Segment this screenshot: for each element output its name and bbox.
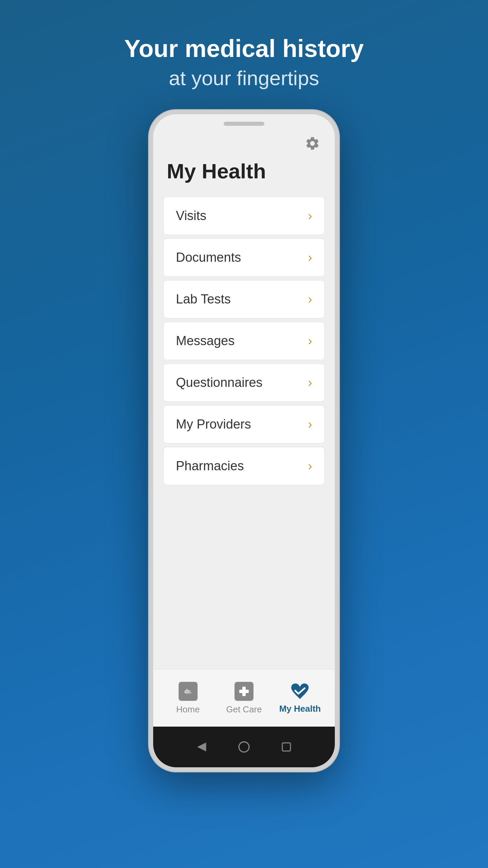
phone-screen: My Health Visits › Documents › Lab Tests… bbox=[153, 114, 335, 727]
android-back-button[interactable] bbox=[193, 738, 210, 755]
medical-cross-icon bbox=[235, 682, 253, 701]
home-nav-icon: dr. bbox=[178, 681, 198, 702]
get-care-nav-icon bbox=[234, 681, 254, 702]
menu-item-pharmacies-label: Pharmacies bbox=[176, 459, 244, 473]
nav-my-health-label: My Health bbox=[279, 704, 321, 714]
menu-item-my-providers-label: My Providers bbox=[176, 417, 251, 432]
screen-title: My Health bbox=[153, 156, 335, 197]
header-title-line1: Your medical history bbox=[124, 34, 364, 63]
nav-get-care-label: Get Care bbox=[226, 704, 262, 715]
app-content: My Health Visits › Documents › Lab Tests… bbox=[153, 114, 335, 727]
menu-item-lab-tests-label: Lab Tests bbox=[176, 292, 231, 307]
menu-item-questionnaires[interactable]: Questionnaires › bbox=[163, 363, 325, 402]
menu-item-documents-label: Documents bbox=[176, 250, 241, 265]
android-recents-button[interactable] bbox=[278, 738, 295, 755]
settings-icon[interactable] bbox=[304, 135, 321, 152]
nav-item-home[interactable]: dr. Home bbox=[160, 681, 216, 715]
chevron-my-providers-icon: › bbox=[308, 417, 312, 432]
svg-marker-0 bbox=[197, 743, 206, 752]
nav-home-label: Home bbox=[176, 704, 200, 715]
menu-item-messages[interactable]: Messages › bbox=[163, 322, 325, 360]
menu-item-lab-tests[interactable]: Lab Tests › bbox=[163, 280, 325, 318]
menu-item-pharmacies[interactable]: Pharmacies › bbox=[163, 447, 325, 485]
nav-item-my-health[interactable]: My Health bbox=[272, 682, 328, 714]
chevron-messages-icon: › bbox=[308, 334, 312, 348]
my-health-nav-icon bbox=[290, 682, 309, 701]
menu-item-my-providers[interactable]: My Providers › bbox=[163, 405, 325, 443]
menu-list: Visits › Documents › Lab Tests › Message… bbox=[153, 197, 335, 485]
bottom-nav: dr. Home Get Care bbox=[153, 669, 335, 727]
chevron-visits-icon: › bbox=[308, 209, 312, 223]
svg-rect-2 bbox=[282, 743, 290, 751]
menu-item-questionnaires-label: Questionnaires bbox=[176, 375, 263, 390]
phone-frame: My Health Visits › Documents › Lab Tests… bbox=[149, 110, 339, 771]
nav-item-get-care[interactable]: Get Care bbox=[216, 681, 272, 715]
header-title-line2: at your fingertips bbox=[124, 66, 364, 90]
menu-item-visits-label: Visits bbox=[176, 209, 206, 223]
menu-item-messages-label: Messages bbox=[176, 334, 235, 348]
svg-point-1 bbox=[239, 742, 249, 752]
chevron-questionnaires-icon: › bbox=[308, 376, 312, 390]
phone-speaker bbox=[224, 122, 264, 126]
chevron-documents-icon: › bbox=[308, 251, 312, 265]
menu-item-visits[interactable]: Visits › bbox=[163, 197, 325, 235]
android-nav-bar bbox=[153, 727, 335, 767]
page-header: Your medical history at your fingertips bbox=[124, 0, 364, 90]
android-home-button[interactable] bbox=[236, 738, 252, 755]
chevron-pharmacies-icon: › bbox=[308, 459, 312, 473]
top-bar bbox=[153, 114, 335, 156]
dr-icon: dr. bbox=[179, 682, 198, 701]
chevron-lab-tests-icon: › bbox=[308, 292, 312, 307]
menu-item-documents[interactable]: Documents › bbox=[163, 238, 325, 277]
